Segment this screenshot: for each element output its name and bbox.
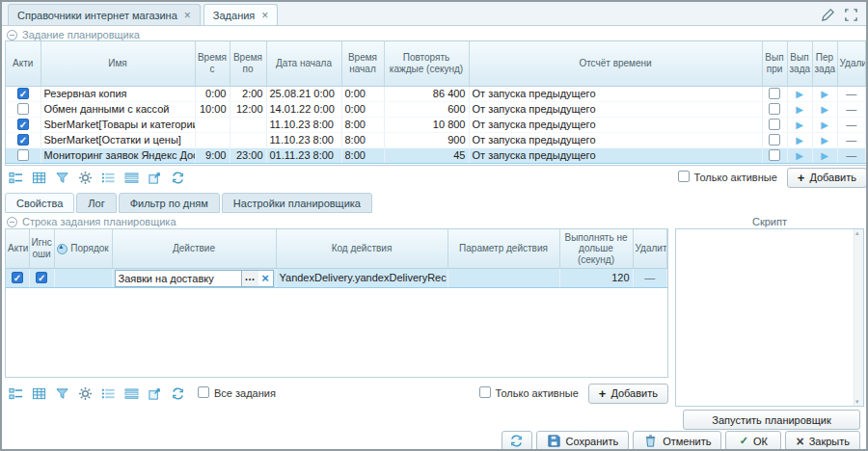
- view-grid-icon[interactable]: [28, 168, 49, 187]
- restart-task-icon[interactable]: [821, 88, 828, 99]
- col-action[interactable]: Действие: [112, 229, 276, 268]
- tab-directories[interactable]: Справочники интернет магазина ×: [8, 4, 201, 25]
- list-rows-icon[interactable]: [121, 168, 142, 187]
- restart-task-icon[interactable]: [821, 119, 828, 130]
- col-name[interactable]: Имя: [41, 41, 195, 86]
- task-line-row[interactable]: Заявки на доставку YandexDelivery.yandex…: [6, 268, 667, 287]
- tab-tasks[interactable]: Задания ×: [203, 4, 279, 25]
- tab-log[interactable]: Лог: [76, 193, 116, 213]
- save-button[interactable]: Сохранить: [536, 431, 630, 451]
- delete-task-button[interactable]: [846, 134, 856, 146]
- tab-properties[interactable]: Свойства: [5, 193, 74, 213]
- only-active-filter[interactable]: Только активные: [678, 172, 777, 183]
- table-row[interactable]: SberMarket[Товары и категории] 11.10.23 …: [6, 117, 866, 132]
- col-timeout[interactable]: Выполнять не дольше (секунд): [559, 229, 633, 268]
- run-task-icon[interactable]: [796, 88, 803, 99]
- col-order[interactable]: Порядок: [54, 229, 112, 268]
- only-active-filter[interactable]: Только активные: [479, 387, 579, 399]
- row-active-checkbox[interactable]: [17, 149, 29, 161]
- action-value[interactable]: Заявки на доставку: [116, 271, 241, 286]
- action-picker-icon[interactable]: [241, 271, 258, 286]
- view-details-icon[interactable]: [5, 384, 26, 403]
- col-time-from[interactable]: Время с: [195, 41, 230, 86]
- row-active-checkbox[interactable]: [17, 134, 29, 146]
- all-tasks-filter[interactable]: Все задания: [198, 387, 276, 399]
- restart-task-icon[interactable]: [821, 103, 828, 115]
- delete-line-button[interactable]: [644, 272, 655, 283]
- list-properties-icon[interactable]: [97, 168, 119, 187]
- view-details-icon[interactable]: [5, 168, 26, 187]
- col-time-start[interactable]: Время начал: [341, 41, 384, 86]
- col-ignore-errors[interactable]: Игнс оши: [29, 229, 54, 268]
- tab-day-filter[interactable]: Фильтр по дням: [119, 193, 220, 213]
- open-window-icon[interactable]: [144, 168, 165, 187]
- delete-task-button[interactable]: [846, 103, 856, 115]
- run-task-icon[interactable]: [796, 103, 803, 115]
- gear-icon[interactable]: [74, 384, 95, 403]
- delete-task-button[interactable]: [846, 149, 856, 161]
- col-run-task[interactable]: Вып зада: [787, 41, 812, 86]
- table-row[interactable]: SberMarket[Остатки и цены] 11.10.23 8:00…: [6, 132, 866, 147]
- run-at-checkbox[interactable]: [769, 119, 780, 130]
- refresh-icon[interactable]: [167, 384, 188, 403]
- only-active-checkbox[interactable]: [479, 386, 491, 398]
- col-run-now[interactable]: Вып при: [762, 41, 787, 86]
- col-action-param[interactable]: Параметр действия: [448, 229, 559, 268]
- ignore-errors-checkbox[interactable]: [36, 272, 47, 283]
- run-at-checkbox[interactable]: [769, 134, 780, 146]
- collapse-icon[interactable]: [7, 30, 17, 40]
- add-task-button[interactable]: Добавить: [787, 168, 867, 188]
- cancel-button[interactable]: Отменить: [633, 431, 721, 451]
- gear-icon[interactable]: [74, 168, 95, 187]
- col-time-to[interactable]: Время по: [230, 41, 266, 86]
- col-delete[interactable]: Удалит: [837, 41, 866, 86]
- tab-close-icon[interactable]: ×: [261, 10, 268, 21]
- refresh-icon[interactable]: [167, 168, 188, 187]
- ok-button[interactable]: ОК: [725, 431, 781, 451]
- restart-task-icon[interactable]: [821, 149, 828, 161]
- delete-task-button[interactable]: [846, 88, 856, 99]
- open-window-icon[interactable]: [144, 384, 165, 403]
- filter-icon[interactable]: [51, 384, 72, 403]
- script-scrollbar[interactable]: [854, 229, 863, 406]
- only-active-checkbox[interactable]: [678, 171, 690, 182]
- expand-icon[interactable]: [843, 7, 858, 22]
- refresh-button[interactable]: [502, 431, 532, 451]
- col-repeat[interactable]: Повторять каждые (секунд): [384, 41, 469, 86]
- collapse-icon[interactable]: [7, 217, 17, 227]
- row-active-checkbox[interactable]: [17, 119, 29, 130]
- run-at-checkbox[interactable]: [769, 88, 780, 99]
- list-properties-icon[interactable]: [97, 384, 119, 403]
- col-active[interactable]: Акти: [6, 41, 41, 86]
- list-rows-icon[interactable]: [121, 384, 142, 403]
- delete-task-button[interactable]: [846, 119, 856, 130]
- run-at-checkbox[interactable]: [769, 149, 780, 161]
- run-task-icon[interactable]: [796, 119, 803, 130]
- edit-pencil-icon[interactable]: [820, 7, 835, 22]
- restart-task-icon[interactable]: [821, 134, 828, 146]
- col-countdown[interactable]: Отсчёт времени: [469, 41, 762, 86]
- tab-scheduler-settings[interactable]: Настройки планировщика: [222, 193, 372, 213]
- tab-close-icon[interactable]: ×: [184, 10, 191, 21]
- script-editor[interactable]: [675, 228, 864, 407]
- line-active-checkbox[interactable]: [12, 272, 23, 283]
- add-line-button[interactable]: Добавить: [588, 384, 668, 404]
- run-scheduler-button[interactable]: Запустить планировщик: [683, 410, 860, 430]
- row-active-checkbox[interactable]: [17, 88, 29, 99]
- view-grid-icon[interactable]: [28, 384, 49, 403]
- close-button[interactable]: Закрыть: [785, 431, 860, 451]
- col-active[interactable]: Акти: [6, 229, 29, 268]
- table-row[interactable]: Резервная копия 0:00 2:00 25.08.21 0:00 …: [6, 86, 866, 101]
- col-delete[interactable]: Удалит: [633, 229, 667, 268]
- run-task-icon[interactable]: [796, 134, 803, 146]
- action-combo[interactable]: Заявки на доставку: [115, 270, 274, 287]
- all-tasks-checkbox[interactable]: [198, 386, 209, 398]
- col-date-start[interactable]: Дата начала: [266, 41, 341, 86]
- table-row[interactable]: Мониторинг заявок Яндекс Дост 9:00 23:00…: [6, 147, 866, 163]
- run-at-checkbox[interactable]: [769, 103, 780, 115]
- row-active-checkbox[interactable]: [17, 103, 29, 115]
- filter-icon[interactable]: [51, 168, 72, 187]
- action-clear-icon[interactable]: [258, 271, 273, 286]
- col-restart-task[interactable]: Пер зада: [812, 41, 837, 86]
- run-task-icon[interactable]: [796, 149, 803, 161]
